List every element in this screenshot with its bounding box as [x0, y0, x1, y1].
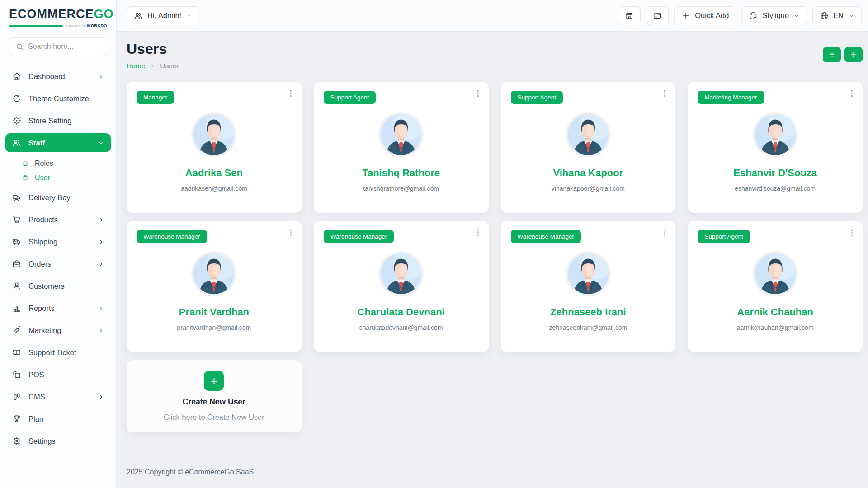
plus-icon [849, 50, 858, 59]
kebab-menu-icon[interactable] [847, 228, 856, 237]
user-card: Support Agent [314, 82, 489, 213]
sidebar-subitem-roles[interactable]: Roles [16, 156, 111, 171]
sidebar-nav: DashboardTheme CustomizeStore SettingSta… [0, 61, 116, 458]
user-card: Warehouse Manager [314, 221, 489, 352]
create-user-subtitle: Click here to Create New User [164, 413, 264, 422]
create-user-title: Create New User [183, 397, 245, 407]
sidebar-item-settings[interactable]: Settings [5, 432, 111, 450]
sidebar-item-store-setting[interactable]: Store Setting [5, 111, 111, 130]
mail-card-icon [653, 11, 662, 20]
kebab-menu-icon[interactable] [286, 89, 295, 98]
chevron-down-icon [848, 13, 854, 19]
chevron-right-icon [98, 73, 104, 80]
plus-icon [681, 11, 690, 20]
theme-style-label: Stylique [762, 11, 789, 20]
powered-by: Powered By WORKDO [66, 23, 107, 28]
kebab-menu-icon[interactable] [660, 228, 669, 237]
chevron-right-icon [150, 63, 156, 69]
user-email: aarnikchauhan@gmail.com [698, 324, 853, 331]
theme-customize-icon [12, 94, 22, 103]
delivery-boy-icon [12, 192, 22, 202]
sidebar-item-cms[interactable]: CMS [5, 387, 111, 406]
user-email: charulatadevnani@gmail.com [324, 324, 479, 331]
palette-icon [749, 11, 758, 20]
kebab-menu-icon[interactable] [473, 89, 482, 98]
user-card: Support Agent [501, 82, 676, 213]
quick-add-label: Quick Add [695, 11, 729, 20]
add-user-button[interactable] [844, 47, 863, 62]
reports-icon [12, 303, 22, 313]
role-badge: Warehouse Manager [137, 230, 207, 243]
chevron-right-icon [98, 305, 104, 312]
sidebar-item-shipping[interactable]: Shipping [5, 232, 111, 251]
create-user-plus-button[interactable]: + [204, 371, 224, 391]
search-icon [15, 42, 24, 51]
sidebar-item-orders[interactable]: Orders [5, 254, 111, 273]
content: Users Home Users Manager [117, 32, 868, 488]
sidebar-item-staff[interactable]: Staff [5, 133, 111, 152]
chevron-down-icon [98, 140, 104, 146]
list-view-button[interactable] [823, 47, 841, 62]
admin-greeting-button[interactable]: Hi, Admin! [127, 6, 199, 25]
sidebar-item-customers[interactable]: Customers [5, 277, 111, 296]
user-card: Support Agent [688, 221, 863, 352]
search-input[interactable] [28, 42, 122, 51]
user-name: Vihana Kapoor [511, 167, 666, 179]
role-badge: Support Agent [511, 91, 563, 104]
marketing-icon [12, 325, 22, 335]
kebab-menu-icon[interactable] [286, 228, 295, 237]
kebab-menu-icon[interactable] [473, 228, 482, 237]
avatar [752, 111, 799, 158]
role-badge: Support Agent [324, 91, 376, 104]
language-button[interactable]: EN [812, 6, 862, 25]
kebab-menu-icon[interactable] [660, 89, 669, 98]
sidebar-item-plan[interactable]: Plan [5, 409, 111, 428]
avatar [190, 250, 237, 297]
brand-name-primary: ECOMMERCE [9, 7, 94, 21]
products-icon [12, 215, 22, 225]
mail-card-button[interactable] [646, 6, 669, 25]
sidebar-item-products[interactable]: Products [5, 210, 111, 229]
user-email: vihanakapoor@gmail.com [511, 185, 666, 192]
chevron-right-icon [98, 239, 104, 245]
sidebar-search [9, 37, 107, 56]
shipping-icon [12, 237, 22, 247]
role-badge: Warehouse Manager [324, 230, 394, 243]
quick-add-button[interactable]: Quick Add [674, 6, 736, 25]
globe-icon [820, 11, 829, 20]
theme-style-button[interactable]: Stylique [741, 6, 807, 25]
avatar [752, 250, 799, 297]
user-group-icon [134, 11, 143, 20]
chevron-right-icon [98, 261, 104, 267]
kebab-menu-icon[interactable] [847, 89, 856, 98]
brand-name-accent: GO [94, 7, 114, 21]
sidebar-item-pos[interactable]: POS [5, 365, 111, 384]
breadcrumb: Home Users [127, 62, 179, 70]
avatar [565, 250, 612, 297]
sidebar-item-support-ticket[interactable]: Support Ticket [5, 343, 111, 362]
user-card: Warehouse Manager [501, 221, 676, 352]
sidebar-item-marketing[interactable]: Marketing [5, 321, 111, 340]
settings-icon [12, 436, 22, 446]
user-card: Warehouse Manager [127, 221, 302, 352]
brand-underline [9, 25, 63, 27]
sidebar-item-reports[interactable]: Reports [5, 299, 111, 318]
breadcrumb-current: Users [160, 62, 178, 70]
chevron-down-icon [793, 13, 800, 19]
sidebar-item-delivery-boy[interactable]: Delivery Boy [5, 188, 111, 207]
create-new-user-card[interactable]: + Create New User Click here to Create N… [127, 360, 302, 432]
user-email: pranitvardhan@gmail.com [137, 324, 292, 331]
user-email: tanishqrathore@gmail.com [324, 185, 479, 192]
avatar [565, 111, 612, 158]
sidebar-item-dashboard[interactable]: Dashboard [5, 67, 111, 86]
sidebar-item-theme-customize[interactable]: Theme Customize [5, 89, 111, 108]
main-area: Hi, Admin! Quick Add Stylique EN [117, 0, 868, 488]
sidebar-subitem-user[interactable]: User [16, 171, 111, 185]
breadcrumb-home-link[interactable]: Home [127, 62, 145, 70]
page-header: Users Home Users [127, 41, 863, 70]
role-badge: Marketing Manager [698, 91, 764, 104]
cms-icon [12, 392, 22, 402]
storefront-button[interactable] [618, 6, 641, 25]
brand-name: ECOMMERCEGO [9, 7, 107, 21]
storefront-icon [625, 11, 634, 20]
